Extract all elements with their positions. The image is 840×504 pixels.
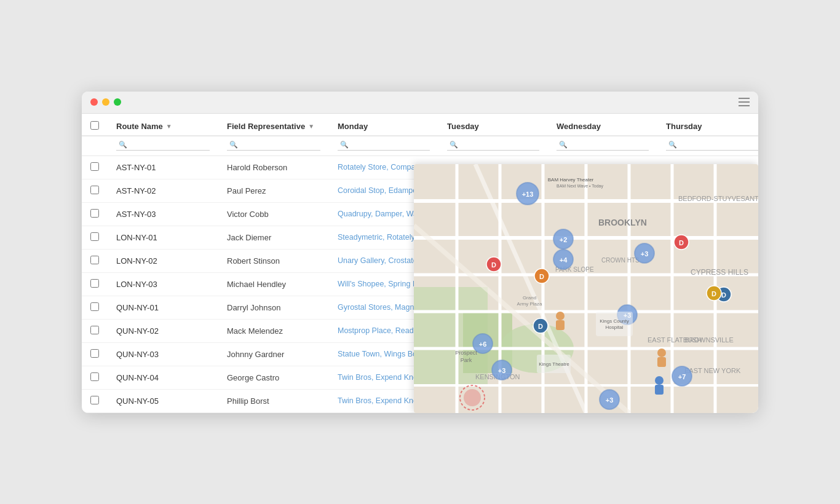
svg-rect-58	[556, 320, 565, 330]
monday-search-icon: 🔍	[340, 141, 349, 149]
rep-name: Darryl Johnson	[218, 296, 329, 319]
route-name-sort-icon[interactable]: ▼	[166, 123, 172, 130]
svg-text:BROWNSVILLE: BROWNSVILLE	[684, 336, 733, 344]
th-search-wednesday: 🔍	[548, 136, 657, 156]
row-checkbox-cell	[82, 249, 108, 272]
tuesday-label: Tuesday	[447, 122, 479, 131]
route-id: QUN-NY-05	[108, 389, 218, 412]
rep-name: Michael Hendley	[218, 272, 329, 296]
th-checkbox	[82, 114, 108, 136]
svg-text:D: D	[721, 291, 726, 299]
svg-point-57	[556, 312, 565, 320]
svg-text:BEDFORD-STUYVESANT: BEDFORD-STUYVESANT	[678, 195, 758, 202]
route-search-input[interactable]	[116, 139, 210, 151]
maximize-button[interactable]	[114, 98, 121, 106]
svg-text:EAST NEW YORK: EAST NEW YORK	[684, 367, 741, 374]
thursday-label: Thursday	[666, 122, 702, 131]
rep-name: Phillip Borst	[218, 389, 329, 412]
tuesday-search-input[interactable]	[447, 139, 539, 151]
route-name-label: Route Name	[116, 122, 163, 131]
rep-name: Johnny Gardner	[218, 342, 329, 366]
row-checkbox-cell	[82, 296, 108, 319]
th-search-monday: 🔍	[329, 136, 438, 156]
search-row: 🔍 🔍 🔍	[82, 136, 758, 156]
rep-name: Mack Melendez	[218, 319, 329, 342]
row-checkbox-cell	[82, 272, 108, 296]
row-checkbox[interactable]	[90, 372, 99, 381]
row-checkbox[interactable]	[90, 302, 99, 311]
svg-text:Park: Park	[461, 357, 472, 363]
field-rep-sort-icon[interactable]: ▼	[308, 123, 314, 130]
header-row: Route Name ▼ Field Representative ▼ Mond…	[82, 114, 758, 136]
svg-rect-63	[596, 312, 633, 336]
thursday-search-icon: 🔍	[668, 141, 677, 149]
menu-icon[interactable]	[739, 98, 750, 106]
monday-label: Monday	[338, 122, 368, 131]
th-search-checkbox	[82, 136, 108, 156]
th-wednesday: Wednesday	[548, 114, 657, 136]
svg-text:D: D	[679, 239, 684, 246]
row-checkbox-cell	[82, 226, 108, 249]
wednesday-search-icon: 🔍	[559, 141, 568, 149]
th-search-tuesday: 🔍	[438, 136, 548, 156]
row-checkbox[interactable]	[90, 326, 99, 334]
route-id: QUN-NY-03	[108, 342, 218, 366]
row-checkbox-cell	[82, 202, 108, 226]
svg-rect-60	[657, 357, 666, 367]
th-route-name[interactable]: Route Name ▼	[108, 114, 218, 136]
row-checkbox-cell	[82, 156, 108, 179]
row-checkbox-cell	[82, 319, 108, 342]
row-checkbox[interactable]	[90, 232, 99, 241]
th-search-thursday: 🔍	[657, 136, 758, 156]
map-overlay[interactable]: BROOKLYN BEDFORD-STUYVESANT KENSINGTON E…	[414, 164, 758, 413]
svg-text:D: D	[711, 290, 716, 297]
svg-text:+3: +3	[641, 250, 649, 258]
svg-text:BAM Next Wave • Today: BAM Next Wave • Today	[557, 184, 603, 189]
svg-text:+7: +7	[678, 373, 686, 380]
svg-text:D: D	[538, 323, 543, 330]
row-checkbox[interactable]	[90, 186, 99, 194]
tuesday-search-icon: 🔍	[450, 141, 458, 149]
data-table-container: Route Name ▼ Field Representative ▼ Mond…	[82, 114, 758, 413]
route-id: QUN-NY-01	[108, 296, 218, 319]
minimize-button[interactable]	[102, 98, 109, 106]
row-checkbox[interactable]	[90, 209, 99, 218]
svg-point-61	[655, 376, 664, 385]
row-checkbox[interactable]	[90, 256, 99, 264]
row-checkbox[interactable]	[90, 162, 99, 171]
row-checkbox[interactable]	[90, 396, 99, 404]
titlebar	[82, 92, 758, 114]
rep-search-input[interactable]	[227, 139, 320, 151]
svg-text:+4: +4	[560, 256, 568, 264]
th-field-rep[interactable]: Field Representative ▼	[218, 114, 329, 136]
th-tuesday: Tuesday	[438, 114, 548, 136]
svg-text:BROOKLYN: BROOKLYN	[598, 218, 647, 227]
svg-text:CROWN HTS: CROWN HTS	[601, 257, 640, 264]
monday-search-input[interactable]	[338, 139, 430, 151]
select-all-checkbox[interactable]	[90, 121, 99, 130]
rep-name: George Castro	[218, 366, 329, 389]
thursday-search-input[interactable]	[666, 139, 758, 151]
row-checkbox[interactable]	[90, 349, 99, 358]
svg-text:D: D	[491, 261, 496, 269]
svg-text:Grand: Grand	[523, 295, 536, 301]
th-monday: Monday	[329, 114, 438, 136]
row-checkbox[interactable]	[90, 279, 99, 288]
route-id: QUN-NY-02	[108, 319, 218, 342]
svg-text:+3: +3	[606, 396, 614, 404]
route-id: AST-NY-03	[108, 202, 218, 226]
row-checkbox-cell	[82, 342, 108, 366]
rep-search-icon: 🔍	[229, 141, 238, 149]
row-checkbox-cell	[82, 179, 108, 202]
svg-text:D: D	[539, 273, 544, 280]
svg-point-59	[657, 348, 666, 357]
route-search-icon: 🔍	[119, 141, 127, 149]
close-button[interactable]	[90, 98, 98, 106]
traffic-lights	[90, 98, 121, 106]
wednesday-search-input[interactable]	[557, 139, 649, 151]
svg-text:Kings Theatre: Kings Theatre	[539, 361, 569, 367]
route-id: AST-NY-02	[108, 179, 218, 202]
svg-text:BAM Harvey Theater: BAM Harvey Theater	[548, 177, 594, 183]
svg-text:CYPRESS HILLS: CYPRESS HILLS	[691, 268, 748, 277]
svg-text:+2: +2	[560, 236, 568, 243]
